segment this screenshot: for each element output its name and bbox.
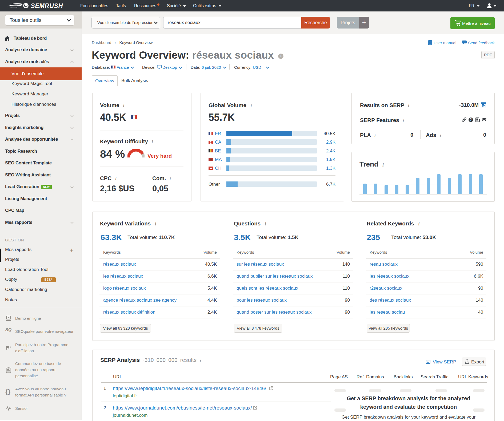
svg-text:SEMRUSH: SEMRUSH xyxy=(31,2,63,9)
